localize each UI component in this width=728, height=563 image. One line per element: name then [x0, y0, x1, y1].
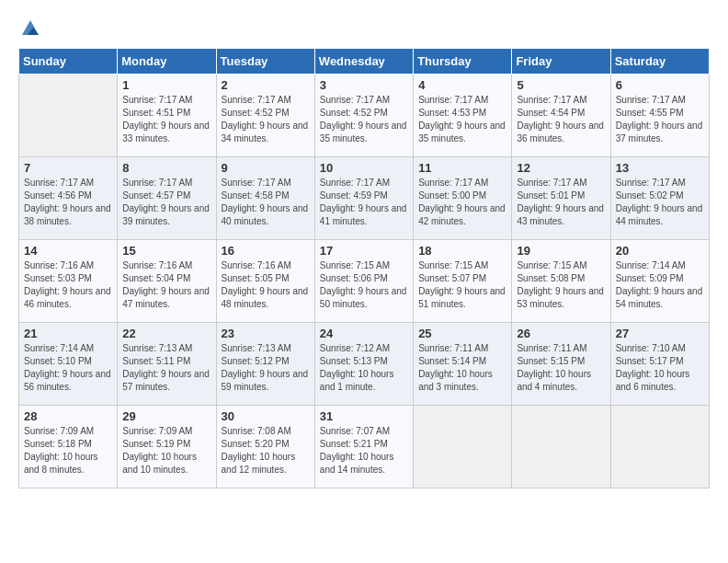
calendar-cell [414, 406, 512, 488]
col-friday: Friday [512, 49, 610, 75]
calendar-cell: 28Sunrise: 7:09 AMSunset: 5:18 PMDayligh… [19, 406, 118, 488]
day-number: 15 [122, 244, 210, 258]
day-detail: Sunrise: 7:17 AMSunset: 4:54 PMDaylight:… [517, 94, 605, 145]
day-number: 9 [222, 161, 310, 175]
calendar-cell: 16Sunrise: 7:16 AMSunset: 5:05 PMDayligh… [216, 240, 314, 323]
day-detail: Sunrise: 7:16 AMSunset: 5:04 PMDaylight:… [122, 259, 210, 311]
day-detail: Sunrise: 7:15 AMSunset: 5:08 PMDaylight:… [517, 259, 605, 311]
day-number: 30 [222, 409, 310, 423]
day-detail: Sunrise: 7:17 AMSunset: 4:52 PMDaylight:… [222, 94, 310, 145]
calendar-cell: 1Sunrise: 7:17 AMSunset: 4:51 PMDaylight… [118, 75, 216, 157]
calendar-cell: 19Sunrise: 7:15 AMSunset: 5:08 PMDayligh… [512, 240, 610, 323]
day-detail: Sunrise: 7:17 AMSunset: 4:56 PMDaylight:… [24, 177, 112, 228]
day-detail: Sunrise: 7:15 AMSunset: 5:07 PMDaylight:… [418, 259, 506, 311]
day-number: 21 [24, 327, 112, 340]
day-number: 3 [320, 78, 408, 92]
day-number: 23 [222, 327, 310, 340]
day-detail: Sunrise: 7:17 AMSunset: 5:01 PMDaylight:… [517, 177, 605, 228]
calendar-cell: 20Sunrise: 7:14 AMSunset: 5:09 PMDayligh… [610, 240, 709, 323]
day-number: 7 [24, 161, 112, 175]
day-detail: Sunrise: 7:17 AMSunset: 4:55 PMDaylight:… [616, 94, 704, 145]
calendar-cell [19, 75, 118, 157]
day-number: 17 [320, 244, 408, 258]
day-number: 20 [616, 244, 704, 258]
day-number: 28 [24, 409, 112, 423]
col-tuesday: Tuesday [216, 49, 314, 75]
calendar-cell: 22Sunrise: 7:13 AMSunset: 5:11 PMDayligh… [118, 323, 216, 406]
calendar-week-row: 1Sunrise: 7:17 AMSunset: 4:51 PMDaylight… [19, 75, 710, 157]
logo-icon [20, 18, 40, 39]
col-sunday: Sunday [19, 49, 118, 75]
day-detail: Sunrise: 7:17 AMSunset: 4:58 PMDaylight:… [222, 177, 310, 228]
calendar-cell: 9Sunrise: 7:17 AMSunset: 4:58 PMDaylight… [216, 157, 314, 240]
calendar-cell: 8Sunrise: 7:17 AMSunset: 4:57 PMDaylight… [118, 157, 216, 240]
day-detail: Sunrise: 7:11 AMSunset: 5:15 PMDaylight:… [517, 342, 605, 394]
day-detail: Sunrise: 7:14 AMSunset: 5:10 PMDaylight:… [24, 342, 112, 394]
calendar-cell: 15Sunrise: 7:16 AMSunset: 5:04 PMDayligh… [118, 240, 216, 323]
day-detail: Sunrise: 7:13 AMSunset: 5:12 PMDaylight:… [222, 342, 310, 394]
calendar-week-row: 7Sunrise: 7:17 AMSunset: 4:56 PMDaylight… [19, 157, 710, 240]
calendar-cell: 25Sunrise: 7:11 AMSunset: 5:14 PMDayligh… [414, 323, 512, 406]
day-number: 12 [517, 161, 605, 175]
calendar-cell [512, 406, 610, 488]
day-number: 16 [222, 244, 310, 258]
logo-block [18, 18, 40, 39]
calendar-cell: 31Sunrise: 7:07 AMSunset: 5:21 PMDayligh… [314, 406, 413, 488]
day-number: 8 [122, 161, 210, 175]
day-number: 6 [616, 78, 704, 92]
day-detail: Sunrise: 7:17 AMSunset: 4:59 PMDaylight:… [320, 177, 408, 228]
day-number: 19 [517, 244, 605, 258]
calendar-cell: 23Sunrise: 7:13 AMSunset: 5:12 PMDayligh… [216, 323, 314, 406]
calendar-cell: 29Sunrise: 7:09 AMSunset: 5:19 PMDayligh… [118, 406, 216, 488]
day-detail: Sunrise: 7:09 AMSunset: 5:18 PMDaylight:… [24, 425, 112, 477]
day-detail: Sunrise: 7:11 AMSunset: 5:14 PMDaylight:… [418, 342, 506, 394]
page-header [18, 18, 710, 39]
calendar-cell: 10Sunrise: 7:17 AMSunset: 4:59 PMDayligh… [314, 157, 413, 240]
day-number: 10 [320, 161, 408, 175]
day-detail: Sunrise: 7:09 AMSunset: 5:19 PMDaylight:… [122, 425, 210, 477]
calendar-cell: 2Sunrise: 7:17 AMSunset: 4:52 PMDaylight… [216, 75, 314, 157]
calendar-cell: 21Sunrise: 7:14 AMSunset: 5:10 PMDayligh… [19, 323, 118, 406]
day-number: 2 [222, 78, 310, 92]
col-wednesday: Wednesday [314, 49, 413, 75]
day-number: 4 [418, 78, 506, 92]
calendar-cell: 5Sunrise: 7:17 AMSunset: 4:54 PMDaylight… [512, 75, 610, 157]
day-detail: Sunrise: 7:16 AMSunset: 5:05 PMDaylight:… [222, 259, 310, 311]
calendar-header-row: Sunday Monday Tuesday Wednesday Thursday… [19, 49, 710, 75]
day-detail: Sunrise: 7:17 AMSunset: 5:02 PMDaylight:… [616, 177, 704, 228]
calendar-cell: 7Sunrise: 7:17 AMSunset: 4:56 PMDaylight… [19, 157, 118, 240]
day-detail: Sunrise: 7:10 AMSunset: 5:17 PMDaylight:… [616, 342, 704, 394]
calendar-cell: 30Sunrise: 7:08 AMSunset: 5:20 PMDayligh… [216, 406, 314, 488]
calendar-cell: 11Sunrise: 7:17 AMSunset: 5:00 PMDayligh… [414, 157, 512, 240]
day-number: 1 [122, 78, 210, 92]
day-detail: Sunrise: 7:12 AMSunset: 5:13 PMDaylight:… [320, 342, 408, 394]
calendar-cell: 6Sunrise: 7:17 AMSunset: 4:55 PMDaylight… [610, 75, 709, 157]
day-detail: Sunrise: 7:17 AMSunset: 5:00 PMDaylight:… [418, 177, 506, 228]
col-monday: Monday [118, 49, 216, 75]
calendar-week-row: 28Sunrise: 7:09 AMSunset: 5:18 PMDayligh… [19, 406, 710, 488]
day-number: 25 [418, 327, 506, 340]
day-number: 27 [616, 327, 704, 340]
day-number: 26 [517, 327, 605, 340]
day-detail: Sunrise: 7:17 AMSunset: 4:57 PMDaylight:… [122, 177, 210, 228]
day-number: 14 [24, 244, 112, 258]
calendar-cell [610, 406, 709, 488]
calendar-cell: 3Sunrise: 7:17 AMSunset: 4:52 PMDaylight… [314, 75, 413, 157]
day-number: 5 [517, 78, 605, 92]
col-thursday: Thursday [414, 49, 512, 75]
calendar: Sunday Monday Tuesday Wednesday Thursday… [18, 48, 710, 488]
day-number: 22 [122, 327, 210, 340]
day-number: 24 [320, 327, 408, 340]
calendar-cell: 17Sunrise: 7:15 AMSunset: 5:06 PMDayligh… [314, 240, 413, 323]
calendar-cell: 14Sunrise: 7:16 AMSunset: 5:03 PMDayligh… [19, 240, 118, 323]
day-number: 13 [616, 161, 704, 175]
day-number: 18 [418, 244, 506, 258]
calendar-week-row: 21Sunrise: 7:14 AMSunset: 5:10 PMDayligh… [19, 323, 710, 406]
day-detail: Sunrise: 7:15 AMSunset: 5:06 PMDaylight:… [320, 259, 408, 311]
logo [18, 18, 40, 39]
col-saturday: Saturday [610, 49, 709, 75]
day-detail: Sunrise: 7:16 AMSunset: 5:03 PMDaylight:… [24, 259, 112, 311]
calendar-cell: 18Sunrise: 7:15 AMSunset: 5:07 PMDayligh… [414, 240, 512, 323]
day-detail: Sunrise: 7:14 AMSunset: 5:09 PMDaylight:… [616, 259, 704, 311]
day-number: 11 [418, 161, 506, 175]
